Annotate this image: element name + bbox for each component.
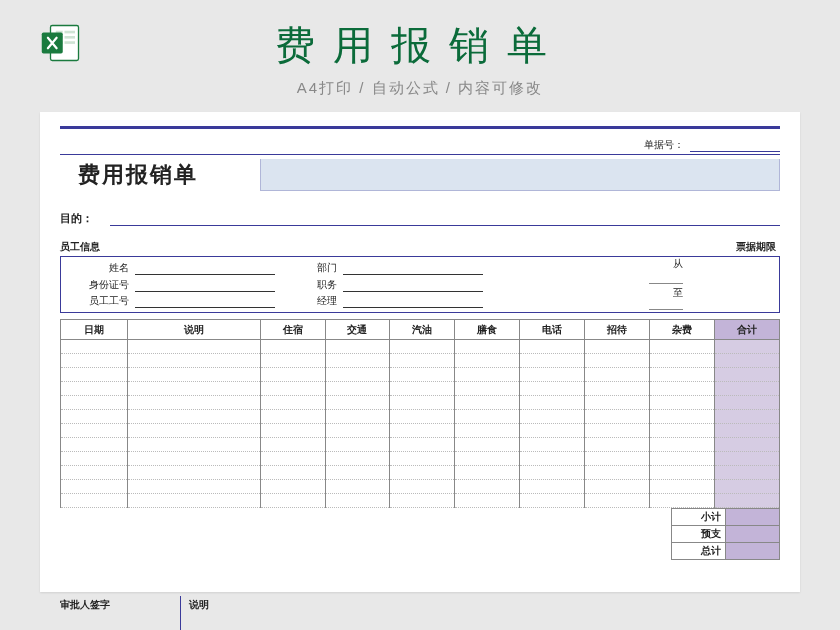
table-cell[interactable]: [325, 424, 390, 438]
table-cell[interactable]: [128, 452, 260, 466]
table-cell[interactable]: [715, 494, 780, 508]
table-cell[interactable]: [455, 480, 520, 494]
table-cell[interactable]: [715, 480, 780, 494]
table-cell[interactable]: [260, 368, 325, 382]
table-cell[interactable]: [390, 438, 455, 452]
table-cell[interactable]: [715, 368, 780, 382]
table-cell[interactable]: [325, 396, 390, 410]
table-cell[interactable]: [260, 340, 325, 354]
table-cell[interactable]: [128, 382, 260, 396]
table-cell[interactable]: [520, 438, 585, 452]
table-cell[interactable]: [260, 410, 325, 424]
table-cell[interactable]: [520, 396, 585, 410]
table-cell[interactable]: [520, 452, 585, 466]
position-field[interactable]: [343, 281, 483, 292]
table-cell[interactable]: [325, 452, 390, 466]
table-cell[interactable]: [585, 368, 650, 382]
table-cell[interactable]: [715, 452, 780, 466]
table-cell[interactable]: [325, 368, 390, 382]
table-cell[interactable]: [455, 382, 520, 396]
table-cell[interactable]: [585, 396, 650, 410]
table-cell[interactable]: [390, 410, 455, 424]
table-cell[interactable]: [650, 494, 715, 508]
table-cell[interactable]: [260, 480, 325, 494]
table-cell[interactable]: [61, 424, 128, 438]
table-cell[interactable]: [520, 368, 585, 382]
table-cell[interactable]: [715, 354, 780, 368]
table-cell[interactable]: [520, 494, 585, 508]
table-cell[interactable]: [715, 466, 780, 480]
dept-field[interactable]: [343, 264, 483, 275]
table-cell[interactable]: [128, 438, 260, 452]
table-cell[interactable]: [715, 424, 780, 438]
table-cell[interactable]: [325, 410, 390, 424]
table-cell[interactable]: [650, 438, 715, 452]
table-cell[interactable]: [650, 410, 715, 424]
table-cell[interactable]: [61, 354, 128, 368]
table-cell[interactable]: [128, 396, 260, 410]
table-cell[interactable]: [390, 382, 455, 396]
table-cell[interactable]: [325, 466, 390, 480]
idcard-field[interactable]: [135, 281, 275, 292]
table-cell[interactable]: [325, 438, 390, 452]
table-cell[interactable]: [715, 382, 780, 396]
table-cell[interactable]: [455, 354, 520, 368]
table-cell[interactable]: [390, 494, 455, 508]
table-cell[interactable]: [520, 410, 585, 424]
table-cell[interactable]: [650, 396, 715, 410]
table-cell[interactable]: [455, 466, 520, 480]
table-cell[interactable]: [260, 382, 325, 396]
table-cell[interactable]: [455, 494, 520, 508]
table-cell[interactable]: [650, 424, 715, 438]
manager-field[interactable]: [343, 297, 483, 308]
table-cell[interactable]: [390, 424, 455, 438]
table-cell[interactable]: [520, 424, 585, 438]
table-cell[interactable]: [650, 382, 715, 396]
table-cell[interactable]: [61, 480, 128, 494]
table-cell[interactable]: [650, 340, 715, 354]
table-cell[interactable]: [585, 382, 650, 396]
table-cell[interactable]: [128, 354, 260, 368]
table-cell[interactable]: [61, 340, 128, 354]
table-cell[interactable]: [390, 452, 455, 466]
table-cell[interactable]: [390, 368, 455, 382]
table-cell[interactable]: [390, 340, 455, 354]
table-cell[interactable]: [585, 452, 650, 466]
table-cell[interactable]: [128, 494, 260, 508]
table-cell[interactable]: [455, 410, 520, 424]
table-cell[interactable]: [61, 368, 128, 382]
period-to-field[interactable]: [649, 300, 683, 310]
table-cell[interactable]: [455, 340, 520, 354]
table-cell[interactable]: [390, 480, 455, 494]
table-cell[interactable]: [128, 368, 260, 382]
table-cell[interactable]: [61, 396, 128, 410]
table-cell[interactable]: [520, 382, 585, 396]
table-cell[interactable]: [325, 340, 390, 354]
table-cell[interactable]: [128, 424, 260, 438]
table-cell[interactable]: [260, 466, 325, 480]
table-cell[interactable]: [650, 466, 715, 480]
table-cell[interactable]: [455, 452, 520, 466]
table-cell[interactable]: [61, 382, 128, 396]
table-cell[interactable]: [650, 368, 715, 382]
empno-field[interactable]: [135, 297, 275, 308]
table-cell[interactable]: [585, 424, 650, 438]
table-cell[interactable]: [650, 354, 715, 368]
table-cell[interactable]: [390, 466, 455, 480]
name-field[interactable]: [135, 264, 275, 275]
table-cell[interactable]: [520, 480, 585, 494]
table-cell[interactable]: [715, 410, 780, 424]
table-cell[interactable]: [520, 354, 585, 368]
table-cell[interactable]: [585, 354, 650, 368]
table-cell[interactable]: [61, 452, 128, 466]
table-cell[interactable]: [260, 452, 325, 466]
table-cell[interactable]: [715, 340, 780, 354]
advance-value[interactable]: [726, 526, 780, 543]
table-cell[interactable]: [260, 396, 325, 410]
table-cell[interactable]: [128, 410, 260, 424]
doc-number-field[interactable]: [690, 151, 780, 152]
period-from-field[interactable]: [649, 274, 683, 284]
table-cell[interactable]: [325, 494, 390, 508]
table-cell[interactable]: [455, 424, 520, 438]
table-cell[interactable]: [61, 466, 128, 480]
